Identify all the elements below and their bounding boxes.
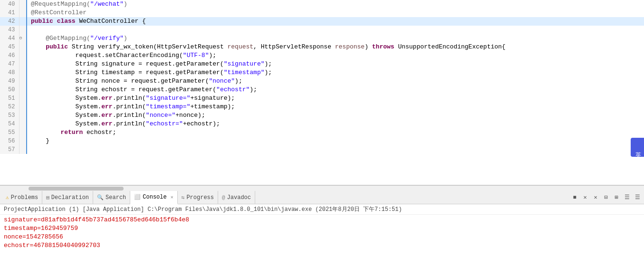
console-output: signature=d81afbb1d4f45b737ad4156785ed64…: [0, 215, 644, 251]
floating-translate-button[interactable]: 英: [631, 138, 644, 157]
line-marker: [19, 9, 27, 17]
console-area: ProjectApplication (1) [Java Application…: [0, 204, 644, 261]
code-line: public class WeChatController {: [27, 17, 644, 26]
tab-icon-problems: ⚠: [6, 194, 9, 200]
close-console-button[interactable]: ✕: [580, 193, 590, 202]
line-marker: [19, 128, 27, 137]
console-title: ProjectApplication (1) [Java Application…: [0, 204, 644, 215]
console-line: signature=d81afbb1d4f45b737ad4156785ed64…: [4, 216, 640, 224]
line-marker: [19, 17, 27, 26]
line-marker: [19, 51, 27, 60]
bottom-tabs: ⚠Problems▤Declaration🔍Search⬜Console✕⇆Pr…: [0, 191, 644, 204]
code-line: request.setCharacterEncoding("UTF-8");: [27, 51, 644, 60]
code-line: String echostr = request.getParameter("e…: [27, 86, 644, 94]
pin-button[interactable]: ☰: [622, 193, 632, 202]
line-number: 55: [0, 128, 19, 137]
tab-console[interactable]: ⬜Console✕: [130, 191, 177, 204]
line-marker: [19, 94, 27, 103]
tab-icon-javadoc: @: [222, 195, 225, 200]
line-marker: [19, 120, 27, 128]
tab-javadoc[interactable]: @Javadoc: [218, 191, 255, 204]
tab-search[interactable]: 🔍Search: [93, 191, 130, 204]
tab-label-declaration: Declaration: [51, 194, 89, 201]
tab-icon-console: ⬜: [134, 194, 141, 200]
code-line: [27, 145, 644, 154]
code-line: [27, 26, 644, 34]
line-marker: [19, 68, 27, 77]
line-number: 50: [0, 86, 19, 94]
tab-label-javadoc: Javadoc: [227, 194, 251, 201]
code-line: System.err.println("nonce="+nonce);: [27, 111, 644, 120]
tab-icon-search: 🔍: [97, 194, 104, 200]
line-marker: [19, 0, 27, 9]
console-line: nonce=1542785656: [4, 233, 640, 241]
line-number: 42: [0, 17, 19, 26]
code-line: System.err.println("signature="+signatur…: [27, 94, 644, 103]
code-line: @RequestMapping("/wechat"): [27, 0, 644, 9]
tab-problems[interactable]: ⚠Problems: [2, 191, 42, 204]
line-marker: [19, 77, 27, 86]
line-marker: [19, 145, 27, 154]
tab-label-console: Console: [143, 194, 166, 200]
code-line: String timestamp = request.getParameter(…: [27, 68, 644, 77]
line-number: 56: [0, 137, 19, 145]
line-number: 45: [0, 43, 19, 51]
line-number: 52: [0, 103, 19, 111]
line-marker: ⊖: [19, 34, 27, 43]
line-number: 48: [0, 68, 19, 77]
scrollbar-thumb[interactable]: [29, 187, 124, 191]
tab-label-search: Search: [106, 194, 126, 201]
tab-icon-declaration: ▤: [46, 194, 49, 200]
line-marker: [19, 60, 27, 68]
line-marker: [19, 43, 27, 51]
minimize-button[interactable]: ⊟: [601, 193, 611, 202]
line-marker: [19, 26, 27, 34]
line-number: 44: [0, 34, 19, 43]
code-line: }: [27, 137, 644, 145]
tab-close-console[interactable]: ✕: [171, 194, 173, 200]
code-line: System.err.println("timestamp="+timestam…: [27, 103, 644, 111]
line-marker: [19, 86, 27, 94]
code-line: @GetMapping("/verify"): [27, 34, 644, 43]
stop-button[interactable]: ■: [570, 193, 579, 202]
horizontal-scrollbar[interactable]: [0, 185, 644, 191]
code-line: @RestController: [27, 9, 644, 17]
line-number: 53: [0, 111, 19, 120]
line-marker: [19, 137, 27, 145]
line-number: 51: [0, 94, 19, 103]
maximize-button[interactable]: ⊞: [612, 193, 621, 202]
tab-progress[interactable]: ⇆Progress: [178, 191, 218, 204]
code-line: String signature = request.getParameter(…: [27, 60, 644, 68]
line-number: 49: [0, 77, 19, 86]
tab-toolbar: ■✕✕⊟⊞☰☰: [570, 193, 644, 202]
tab-declaration[interactable]: ▤Declaration: [42, 191, 93, 204]
line-number: 40: [0, 0, 19, 9]
line-marker: [19, 111, 27, 120]
line-number: 57: [0, 145, 19, 154]
menu-button[interactable]: ☰: [633, 193, 642, 202]
code-line: return echostr;: [27, 128, 644, 137]
code-editor[interactable]: 40@RequestMapping("/wechat")41@RestContr…: [0, 0, 644, 185]
line-number: 41: [0, 9, 19, 17]
code-table: 40@RequestMapping("/wechat")41@RestContr…: [0, 0, 644, 154]
code-line: String nonce = request.getParameter("non…: [27, 77, 644, 86]
line-number: 54: [0, 120, 19, 128]
clear-button[interactable]: ✕: [591, 193, 600, 202]
code-line: System.err.println("echostr="+echostr);: [27, 120, 644, 128]
tab-label-problems: Problems: [11, 194, 38, 201]
line-number: 46: [0, 51, 19, 60]
line-marker: [19, 103, 27, 111]
tab-label-progress: Progress: [186, 194, 214, 201]
console-line: timestamp=1629459759: [4, 224, 640, 233]
console-line: echostr=467881504040992703: [4, 241, 640, 250]
code-line: public String verify_wx_token(HttpServle…: [27, 43, 644, 51]
tab-icon-progress: ⇆: [182, 194, 185, 200]
line-number: 43: [0, 26, 19, 34]
line-number: 47: [0, 60, 19, 68]
